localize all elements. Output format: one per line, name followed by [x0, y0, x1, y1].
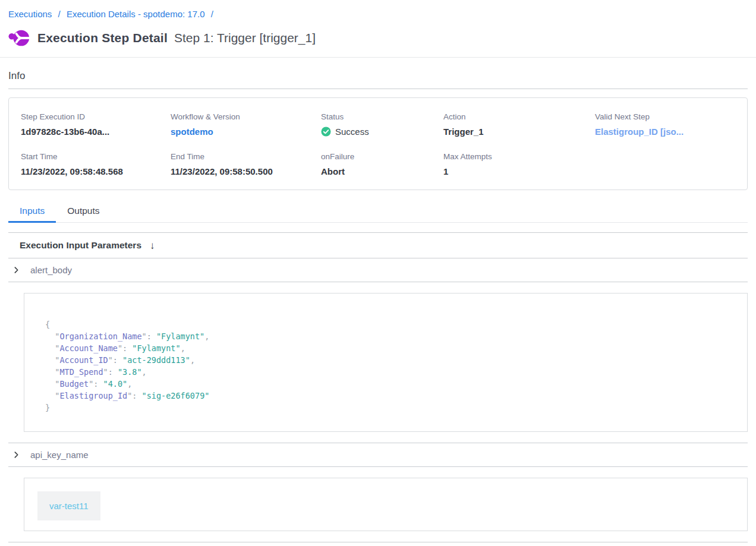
- info-card: Step Execution ID 1d97828c-13b6-40a... W…: [8, 97, 748, 190]
- field-value: 1d97828c-13b6-40a...: [21, 127, 171, 137]
- param-row-api-key-name[interactable]: api_key_name: [8, 443, 748, 467]
- param-name: alert_body: [30, 265, 72, 275]
- api-key-name-content: var-test11: [8, 467, 748, 542]
- info-section: Info Step Execution ID 1d97828c-13b6-40a…: [0, 58, 756, 190]
- execution-step-detail-page: Executions / Execution Details - spotdem…: [0, 0, 756, 546]
- field-valid-next-step: Valid Next Step Elastigroup_ID [jso...: [595, 112, 735, 137]
- json-code: { "Organization_Name": "Fylamynt", "Acco…: [45, 318, 735, 414]
- field-action: Action Trigger_1: [443, 112, 595, 137]
- breadcrumb-separator: /: [58, 9, 61, 19]
- info-heading: Info: [8, 70, 748, 82]
- field-value: 11/23/2022, 09:58:50.500: [171, 166, 321, 176]
- field-label: Action: [443, 112, 595, 121]
- alert-body-json-viewer: { "Organization_Name": "Fylamynt", "Acco…: [24, 293, 748, 432]
- field-label: Workflow & Version: [171, 112, 321, 121]
- field-value: Abort: [321, 166, 443, 176]
- breadcrumb: Executions / Execution Details - spotdem…: [0, 0, 756, 23]
- api-key-name-value-box: var-test11: [24, 478, 748, 531]
- chevron-right-icon: [12, 266, 20, 274]
- success-check-icon: [321, 127, 331, 137]
- breadcrumb-link-executions[interactable]: Executions: [8, 9, 52, 19]
- field-start-time: Start Time 11/23/2022, 09:58:48.568: [21, 152, 171, 176]
- field-status: Status Success: [321, 112, 443, 137]
- chevron-right-icon: [12, 451, 20, 459]
- fylamynt-logo-icon: [8, 29, 30, 48]
- breadcrumb-link-execution-details[interactable]: Execution Details - spotdemo: 17.0: [67, 9, 205, 19]
- inputs-panel: Execution Input Parameters ↓ alert_body …: [8, 232, 748, 546]
- valid-next-step-link[interactable]: Elastigroup_ID [jso...: [595, 127, 683, 137]
- param-row-api-key-value[interactable]: api_key_value: [8, 542, 748, 546]
- page-header: Execution Step Detail Step 1: Trigger [t…: [0, 23, 756, 58]
- field-label: End Time: [171, 152, 321, 161]
- api-key-name-value: var-test11: [37, 491, 100, 520]
- field-label: Step Execution ID: [21, 112, 171, 121]
- workflow-link[interactable]: spotdemo: [171, 127, 213, 137]
- tab-inputs[interactable]: Inputs: [8, 202, 56, 223]
- page-title: Execution Step Detail: [37, 31, 168, 45]
- arrow-down-icon[interactable]: ↓: [150, 241, 155, 251]
- field-value: 1: [443, 166, 595, 176]
- status-badge: Success: [321, 127, 443, 137]
- field-max-attempts: Max Attempts 1: [443, 152, 595, 176]
- alert-body-content: { "Organization_Name": "Fylamynt", "Acco…: [8, 282, 748, 443]
- field-label: Valid Next Step: [595, 112, 735, 121]
- tab-outputs[interactable]: Outputs: [56, 202, 111, 223]
- field-label: Status: [321, 112, 443, 121]
- field-value: Trigger_1: [443, 127, 595, 137]
- field-label: Max Attempts: [443, 152, 595, 161]
- execution-input-parameters-title: Execution Input Parameters: [20, 240, 141, 251]
- field-label: Start Time: [21, 152, 171, 161]
- field-onfailure: onFailure Abort: [321, 152, 443, 176]
- field-value: 11/23/2022, 09:58:48.568: [21, 166, 171, 176]
- param-row-alert-body[interactable]: alert_body: [8, 258, 748, 282]
- breadcrumb-separator: /: [211, 9, 213, 19]
- page-subtitle: Step 1: Trigger [trigger_1]: [174, 31, 316, 45]
- param-name: api_key_name: [30, 450, 89, 460]
- field-end-time: End Time 11/23/2022, 09:58:50.500: [171, 152, 321, 176]
- status-text: Success: [335, 127, 369, 137]
- field-step-execution-id: Step Execution ID 1d97828c-13b6-40a...: [21, 112, 171, 137]
- execution-input-parameters-header: Execution Input Parameters ↓: [8, 233, 748, 258]
- field-workflow-version: Workflow & Version spotdemo: [171, 112, 321, 137]
- field-label: onFailure: [321, 152, 443, 161]
- tabs: Inputs Outputs: [8, 202, 748, 223]
